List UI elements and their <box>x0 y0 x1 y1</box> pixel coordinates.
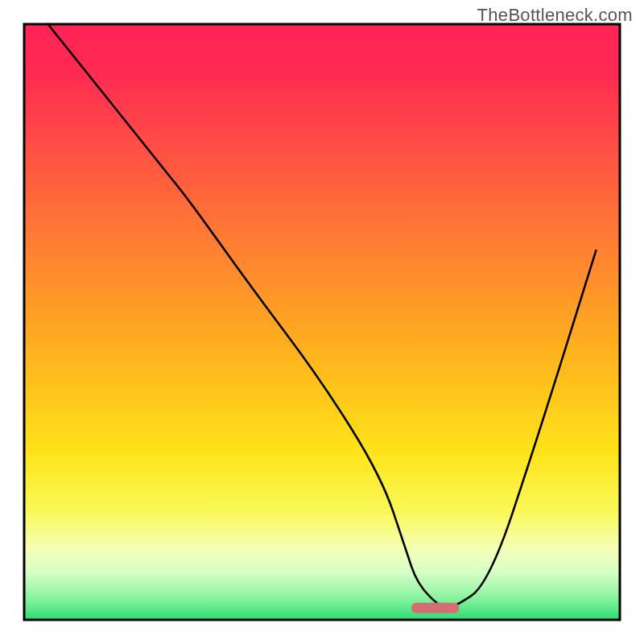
bottleneck-chart <box>0 0 644 644</box>
chart-gradient-background <box>24 24 620 620</box>
optimal-region-marker <box>411 603 459 613</box>
chart-container: TheBottleneck.com <box>0 0 644 644</box>
watermark-text: TheBottleneck.com <box>477 5 633 26</box>
